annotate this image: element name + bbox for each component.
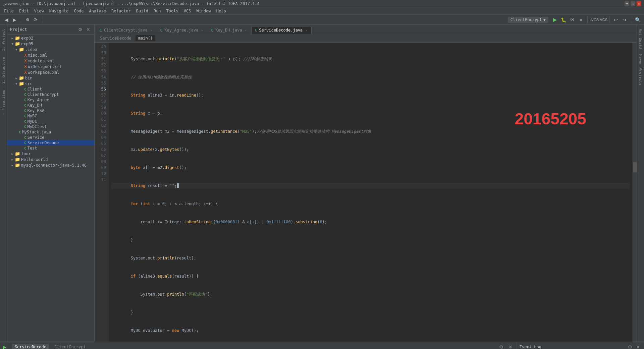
java-icon: C (24, 98, 26, 102)
event-log-title: Event Log (520, 345, 541, 349)
event-log-close-button[interactable]: ✕ (635, 344, 641, 349)
menu-file[interactable]: File (1, 8, 16, 14)
run-configuration[interactable]: ClientEncrypt ▼ (508, 17, 548, 23)
menu-build[interactable]: Build (133, 8, 151, 14)
code-line-59: } (111, 237, 630, 243)
panel-tab-project[interactable]: 1: Project (0, 26, 7, 54)
tree-item-keyagree[interactable]: C Key_Agree (7, 97, 94, 103)
menu-code[interactable]: Code (71, 8, 87, 14)
tree-item-clientencrypt[interactable]: C ClientEncrypt (7, 92, 94, 97)
tree-label: Key_Agree (28, 98, 49, 102)
menu-help[interactable]: Help (214, 8, 229, 14)
left-panel-labels: 1: Project 2: Structure ☆ Favorites (0, 25, 7, 342)
tree-item-mybc[interactable]: C MyBC (7, 113, 94, 119)
run-tab-servicedecode[interactable]: ServiceDecode (12, 344, 49, 349)
run-tab-clientencrypt[interactable]: ClientEncrypt (52, 344, 89, 349)
sidebar-close-button[interactable]: ✕ (85, 26, 92, 33)
sidebar-settings-button[interactable]: ⚙ (77, 26, 84, 33)
vertical-scrollbar[interactable] (633, 43, 637, 342)
tree-label: exp05 (21, 42, 33, 46)
tab-keyagree[interactable]: C Key_Agree.java ✕ (157, 26, 208, 34)
code-editor[interactable]: 4950515253 5455565758 5960616263 6465666… (95, 43, 637, 342)
tree-item-test[interactable]: C Test (7, 146, 94, 151)
tree-label: MyDCtest (28, 124, 47, 129)
event-log-settings-button[interactable]: ⚙ (627, 344, 633, 349)
vcs-commit-button[interactable]: ↑VCS (599, 16, 606, 23)
panel-tab-favorites[interactable]: ☆ Favorites (0, 87, 7, 119)
event-log-header: Event Log ⚙ ✕ (517, 342, 644, 349)
debug-button[interactable]: 🐛 (560, 16, 567, 23)
tab-close-button[interactable]: ✕ (305, 28, 307, 32)
tree-item-src[interactable]: ▼ 📁 src (7, 81, 94, 86)
tab-close-button[interactable]: ✕ (201, 28, 203, 32)
panel-tab-structure[interactable]: 2: Structure (0, 54, 7, 86)
tree-item-modules[interactable]: X modules.xml (7, 58, 94, 64)
right-tab-maven[interactable]: Maven Projects (637, 52, 644, 88)
tree-item-uidesigner[interactable]: X uiDesigner.xml (7, 64, 94, 69)
minimize-button[interactable]: ─ (625, 1, 629, 6)
tree-label: uiDesigner.xml (28, 64, 62, 69)
separator-2 (42, 16, 42, 23)
folder-icon: 📁 (15, 36, 20, 41)
right-tab-ant[interactable]: Ant Build (637, 26, 644, 52)
tree-item-mydctest[interactable]: C MyDCtest (7, 124, 94, 129)
breadcrumb-servicedecode-tab[interactable]: ServiceDecode (97, 35, 134, 41)
run-panel: ServiceDecode ClientEncrypt ⚙ ✕ 服务器已经启动.… (9, 342, 517, 349)
tab-clientencrypt[interactable]: C ClientEncrypt.java ✕ (96, 26, 157, 34)
build-button[interactable]: ⚙ (24, 16, 31, 23)
undo-button[interactable]: ↩ (612, 16, 620, 23)
restore-button[interactable]: □ (631, 1, 635, 6)
tree-item-servicedecode[interactable]: C ServiceDecode (7, 140, 94, 146)
tab-keydh[interactable]: C Key_DH.java ✕ (208, 26, 251, 34)
menu-refactor[interactable]: Refactor (109, 8, 133, 14)
tab-servicedecode[interactable]: C ServiceDecode.java ✕ (251, 26, 312, 34)
sync-button[interactable]: ⟳ (32, 16, 39, 23)
menu-window[interactable]: Window (194, 8, 213, 14)
run-settings-button[interactable]: ⚙ (498, 344, 504, 349)
run-green-button[interactable]: ▶ (1, 344, 8, 349)
tree-item-client[interactable]: C Client (7, 86, 94, 92)
tree-item-misc[interactable]: X misc.xml (7, 52, 94, 58)
menu-navigate[interactable]: Navigate (47, 8, 71, 14)
vcs-update-button[interactable]: ↓VCS (590, 16, 598, 23)
tree-item-mystack[interactable]: C MyStack.java (7, 129, 94, 135)
tree-item-idea[interactable]: ▼ 📁 .idea (7, 47, 94, 52)
tab-close-button[interactable]: ✕ (150, 28, 152, 32)
stop-button[interactable]: ■ (577, 16, 585, 23)
tree-item-workspace[interactable]: X workspace.xml (7, 69, 94, 75)
code-content[interactable]: System.out.println("从客户端接收到信息为：" + p); /… (109, 43, 633, 342)
menu-analyze[interactable]: Analyze (86, 8, 109, 14)
run-panel-tabs: ServiceDecode ClientEncrypt ⚙ ✕ (9, 342, 517, 349)
back-button[interactable]: ◀ (3, 16, 10, 23)
tree-label: workspace.xml (28, 70, 59, 75)
tree-item-exp02[interactable]: ▶ 📁 exp02 (7, 35, 94, 41)
coverage-button[interactable]: ⦿ (569, 16, 576, 23)
tree-item-service[interactable]: C Service (7, 135, 94, 140)
tree-item-mysql[interactable]: ▶ 📁 mysql-connector-java-5.1.46 (7, 162, 94, 168)
tab-java-icon: C (255, 28, 257, 33)
tree-label: .idea (25, 47, 37, 52)
close-button[interactable]: ✕ (637, 1, 641, 6)
menu-edit[interactable]: Edit (16, 8, 32, 14)
tree-label: MyDC (28, 119, 37, 124)
search-everywhere-button[interactable]: 🔍 (634, 16, 641, 23)
tree-item-keyrsa[interactable]: C Key_RSA (7, 108, 94, 113)
forward-button[interactable]: ▶ (11, 16, 18, 23)
tree-item-keydh[interactable]: C Key_DH (7, 103, 94, 108)
tree-item-exp05[interactable]: ▼ 📁 exp05 (7, 41, 94, 47)
breadcrumb-main-tab[interactable]: main() (136, 35, 155, 41)
menu-vcs[interactable]: VCS (181, 8, 194, 14)
tree-label: modules.xml (28, 59, 54, 63)
menu-view[interactable]: View (32, 8, 47, 14)
redo-button[interactable]: ↪ (621, 16, 628, 23)
tree-item-mydc[interactable]: C MyDC (7, 119, 94, 124)
menu-tools[interactable]: Tools (164, 8, 181, 14)
tab-close-button[interactable]: ✕ (245, 28, 247, 32)
tab-java-icon: C (160, 28, 163, 33)
run-close-button[interactable]: ✕ (507, 344, 514, 349)
run-button[interactable]: ▶ (551, 16, 558, 23)
tree-item-hello-world[interactable]: ▶ 📁 Hello-world (7, 157, 94, 162)
tree-item-bin[interactable]: ▶ 📁 bin (7, 75, 94, 81)
menu-run[interactable]: Run (151, 8, 164, 14)
tree-item-four[interactable]: ▶ 📁 four (7, 151, 94, 157)
